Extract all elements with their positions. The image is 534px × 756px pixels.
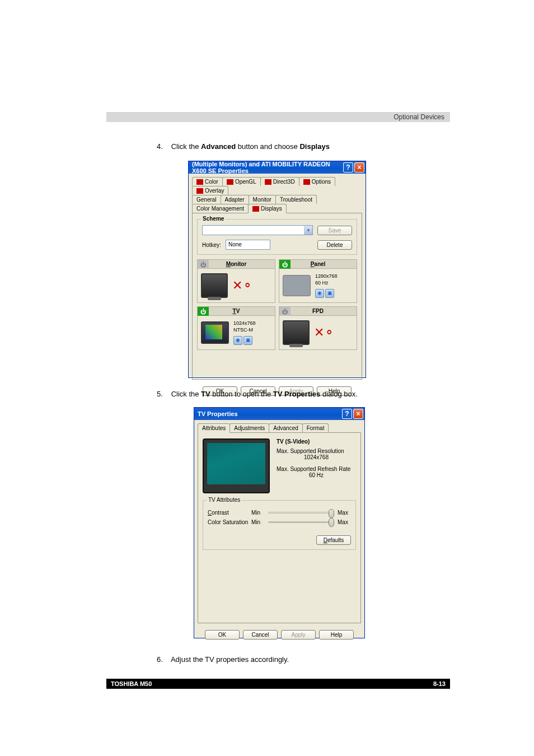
fpd-title: FPD bbox=[312, 308, 324, 314]
panel-title: Panel bbox=[311, 261, 326, 267]
primary-toggle-icon[interactable]: ◉ bbox=[233, 336, 242, 345]
tv-icon bbox=[201, 321, 229, 344]
display-properties-dialog-screenshot: (Multiple Monitors) and ATI MOBILITY RAD… bbox=[188, 161, 366, 378]
ati-icon bbox=[227, 179, 233, 185]
laptop-icon bbox=[283, 275, 311, 296]
tv-preview-icon bbox=[203, 438, 270, 493]
tv-title: TV bbox=[233, 308, 240, 314]
step-text: Click the Advanced button and choose Dis… bbox=[171, 142, 330, 151]
hotkey-field[interactable]: None bbox=[226, 240, 270, 250]
tab-color-management[interactable]: Color Management bbox=[192, 204, 249, 213]
panel-refresh: 60 Hz bbox=[315, 280, 338, 287]
footer-left: TOSHIBA M50 bbox=[111, 680, 152, 687]
tab-monitor[interactable]: Monitor bbox=[249, 195, 276, 204]
step-text: Click the TV button to open the TV Prope… bbox=[171, 390, 358, 398]
scheme-combobox[interactable]: ▼ bbox=[202, 225, 313, 235]
power-icon: ⏻ bbox=[279, 260, 291, 269]
primary-toggle-icon[interactable]: ◉ bbox=[315, 289, 324, 298]
saturation-row: Color Saturation Min Max bbox=[208, 519, 351, 525]
titlebar-buttons: ? × bbox=[342, 409, 363, 419]
dialog-title: TV Properties bbox=[198, 410, 238, 417]
tv-attributes-label: TV Attributes bbox=[207, 497, 242, 503]
cancel-button[interactable]: Cancel bbox=[243, 630, 278, 640]
contrast-slider[interactable] bbox=[268, 512, 334, 514]
save-button[interactable]: Save bbox=[317, 226, 352, 235]
ok-button[interactable]: OK bbox=[205, 630, 240, 640]
step-6: 6. Adjust the TV properties accordingly. bbox=[157, 655, 450, 664]
tab-format[interactable]: Format bbox=[302, 423, 329, 432]
ati-icon bbox=[303, 179, 310, 185]
tab-panel: Scheme ▼ Save Hotkey: None Delete bbox=[192, 213, 362, 380]
tab-strip: Color OpenGL Direct3D Options Overlay Ge… bbox=[189, 174, 366, 213]
tab-strip: Attributes Adjustments Advanced Format bbox=[194, 420, 364, 432]
saturation-label: Color Saturation bbox=[208, 519, 251, 525]
tab-adapter[interactable]: Adapter bbox=[221, 195, 249, 204]
fpd-icon bbox=[283, 320, 310, 345]
delete-button[interactable]: Delete bbox=[317, 240, 352, 250]
tab-opengl[interactable]: OpenGL bbox=[222, 177, 261, 186]
clone-toggle-icon[interactable]: ▣ bbox=[243, 336, 252, 345]
hotkey-value: None bbox=[226, 240, 270, 249]
titlebar: (Multiple Monitors) and ATI MOBILITY RAD… bbox=[189, 161, 366, 174]
page-footer: TOSHIBA M50 8-13 bbox=[106, 679, 450, 689]
dialog-title: (Multiple Monitors) and ATI MOBILITY RAD… bbox=[192, 161, 343, 174]
saturation-slider[interactable] bbox=[268, 521, 334, 523]
min-label: Min bbox=[251, 519, 265, 525]
step-5: 5. Click the TV button to open the TV Pr… bbox=[157, 390, 450, 398]
ati-icon bbox=[196, 179, 203, 185]
power-icon: ⏻ bbox=[198, 260, 209, 269]
apply-button[interactable]: Apply bbox=[281, 630, 316, 640]
close-icon[interactable]: × bbox=[354, 162, 364, 172]
scheme-value bbox=[203, 226, 304, 235]
power-icon: ⏻ bbox=[279, 307, 291, 316]
titlebar: TV Properties ? × bbox=[194, 408, 364, 420]
display-grid: ⏻ Monitor ✕⚬ ⏻ Panel bbox=[197, 259, 357, 350]
display-properties-dialog: (Multiple Monitors) and ATI MOBILITY RAD… bbox=[188, 161, 366, 378]
ati-icon bbox=[252, 206, 259, 212]
step-number: 4. bbox=[157, 142, 169, 151]
tab-displays[interactable]: Displays bbox=[248, 204, 287, 213]
tv-cell[interactable]: ⏻ TV 1024x768 NTSC-M ◉ ▣ bbox=[197, 306, 275, 350]
hotkey-label: Hotkey: bbox=[202, 242, 221, 248]
tab-troubleshoot[interactable]: Troubleshoot bbox=[275, 195, 317, 204]
defaults-button[interactable]: Defaults bbox=[316, 535, 351, 545]
step-number: 5. bbox=[157, 390, 169, 398]
step-text: Adjust the TV properties accordingly. bbox=[171, 655, 289, 664]
titlebar-buttons: ? × bbox=[343, 162, 364, 172]
footer-right: 8-13 bbox=[433, 680, 446, 687]
contrast-row: Contrast Min Max bbox=[208, 510, 351, 516]
section-title: Optional Devices bbox=[394, 113, 444, 121]
max-label: Max bbox=[338, 519, 351, 525]
scheme-label: Scheme bbox=[201, 216, 226, 222]
help-button[interactable]: Help bbox=[319, 630, 354, 640]
tab-options[interactable]: Options bbox=[299, 177, 335, 186]
step-number: 6. bbox=[157, 655, 169, 664]
step-4: 4. Click the Advanced button and choose … bbox=[157, 142, 450, 151]
tv-properties-dialog: TV Properties ? × Attributes Adjustments… bbox=[194, 407, 365, 638]
maxres-value: 1024x768 bbox=[277, 454, 356, 460]
tab-panel: TV (S-Video) Max. Supported Resolution 1… bbox=[198, 432, 361, 623]
dialog-button-row: OK Cancel Apply Help bbox=[194, 627, 364, 643]
clone-toggle-icon[interactable]: ▣ bbox=[325, 289, 334, 298]
tab-general[interactable]: General bbox=[192, 195, 221, 204]
tab-overlay[interactable]: Overlay bbox=[192, 186, 228, 195]
tab-direct3d[interactable]: Direct3D bbox=[260, 177, 299, 186]
tab-attributes[interactable]: Attributes bbox=[198, 423, 230, 433]
disconnected-icon: ✕⚬ bbox=[232, 279, 252, 292]
monitor-icon bbox=[201, 273, 228, 298]
fpd-cell[interactable]: ⏻ FPD ✕⚬ bbox=[279, 306, 357, 350]
help-icon[interactable]: ? bbox=[342, 409, 352, 419]
help-icon[interactable]: ? bbox=[343, 162, 353, 172]
monitor-cell[interactable]: ⏻ Monitor ✕⚬ bbox=[197, 259, 275, 303]
panel-cell[interactable]: ⏻ Panel 1280x768 60 Hz ◉ ▣ bbox=[279, 259, 357, 303]
tv-properties-dialog-screenshot: TV Properties ? × Attributes Adjustments… bbox=[194, 407, 365, 638]
tab-advanced[interactable]: Advanced bbox=[269, 423, 302, 432]
maxhz-label: Max. Supported Refresh Rate bbox=[277, 466, 356, 472]
tab-adjustments[interactable]: Adjustments bbox=[229, 423, 269, 432]
tab-color[interactable]: Color bbox=[192, 177, 223, 186]
scheme-group: Scheme ▼ Save Hotkey: None Delete bbox=[197, 219, 357, 255]
tv-heading: TV (S-Video) bbox=[277, 438, 356, 445]
monitor-title: Monitor bbox=[226, 261, 247, 267]
close-icon[interactable]: × bbox=[353, 409, 363, 419]
min-label: Min bbox=[251, 510, 265, 516]
